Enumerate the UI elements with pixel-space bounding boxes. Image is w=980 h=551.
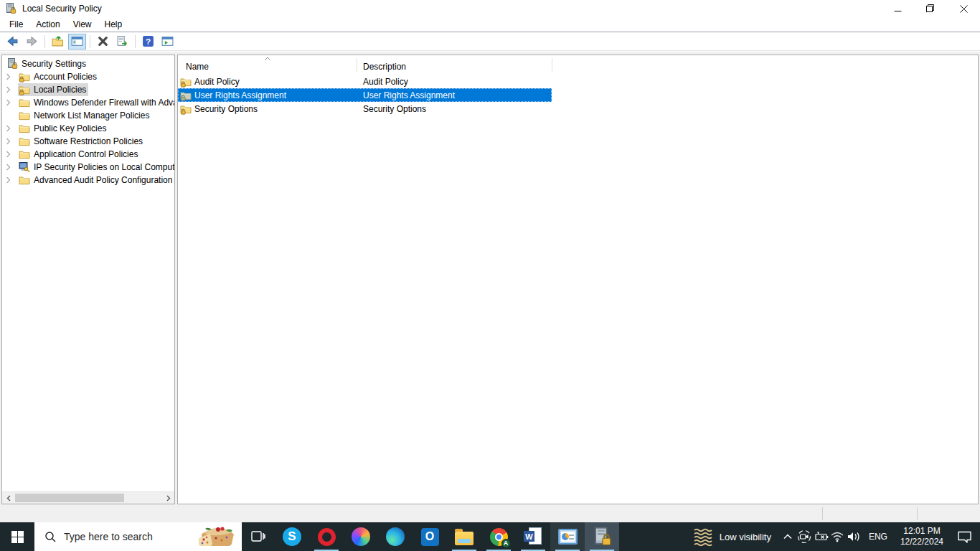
taskbar-opera-button[interactable] bbox=[309, 522, 344, 551]
folder-icon bbox=[19, 110, 30, 121]
weather-widget[interactable]: Low visibility bbox=[684, 522, 780, 551]
hidden-icons-button[interactable] bbox=[780, 522, 796, 551]
chevron-right-icon[interactable] bbox=[6, 151, 18, 158]
folder-icon bbox=[19, 174, 30, 186]
action-center-button[interactable] bbox=[950, 522, 979, 551]
folder-lock-icon bbox=[19, 84, 30, 95]
chrome-profile-badge: A bbox=[501, 539, 511, 548]
fruitcake-image[interactable] bbox=[194, 524, 239, 550]
list-item-security-options[interactable]: Security Options Security Options bbox=[178, 102, 552, 116]
meet-now-button[interactable] bbox=[796, 522, 813, 551]
console-tree-pane: Security Settings Account Policies Local… bbox=[1, 55, 175, 504]
chevron-right-icon[interactable] bbox=[6, 164, 18, 171]
horizontal-scrollbar[interactable] bbox=[2, 491, 174, 504]
forward-button[interactable] bbox=[23, 34, 41, 50]
taskbar-right-section: Low visibility bbox=[684, 522, 980, 551]
sort-ascending-icon bbox=[264, 57, 271, 61]
windows-logo-icon bbox=[11, 531, 24, 543]
tree-item-network-list-manager[interactable]: Network List Manager Policies bbox=[2, 109, 174, 122]
clock-date: 12/22/2024 bbox=[900, 537, 943, 547]
back-button[interactable] bbox=[4, 34, 22, 50]
menu-help[interactable]: Help bbox=[98, 18, 129, 31]
chevron-placeholder bbox=[6, 112, 18, 119]
export-list-button[interactable] bbox=[113, 34, 131, 50]
tree-item-windows-defender-firewall[interactable]: Windows Defender Firewall with Adva bbox=[2, 96, 174, 109]
scroll-right-button[interactable] bbox=[162, 492, 174, 504]
tree-item-advanced-audit-policy[interactable]: Advanced Audit Policy Configuration bbox=[2, 174, 174, 187]
column-header-description[interactable]: Description bbox=[357, 62, 406, 72]
start-button[interactable] bbox=[0, 522, 34, 551]
tree-item-application-control-policies[interactable]: Application Control Policies bbox=[2, 148, 174, 161]
restore-button[interactable] bbox=[914, 0, 947, 17]
delete-button[interactable] bbox=[94, 34, 112, 50]
toolbar-separator bbox=[135, 35, 136, 48]
show-hide-console-tree-button[interactable] bbox=[68, 34, 86, 50]
taskbar-mmc-console-button[interactable] bbox=[550, 522, 585, 551]
list-item-audit-policy[interactable]: Audit Policy Audit Policy bbox=[178, 75, 552, 88]
tree-item-ip-security-policies[interactable]: IP Security Policies on Local Compute bbox=[2, 161, 174, 174]
list-item-user-rights-assignment[interactable]: User Rights Assignment User Rights Assig… bbox=[178, 88, 552, 102]
show-hide-action-pane-button[interactable] bbox=[159, 34, 176, 50]
battery-plug-x-icon bbox=[814, 532, 829, 542]
taskbar-local-security-policy-button[interactable] bbox=[585, 522, 619, 551]
edge-icon bbox=[386, 527, 405, 546]
scrollbar-track[interactable] bbox=[14, 492, 162, 504]
taskbar-word-button[interactable]: W bbox=[516, 522, 550, 551]
close-button[interactable] bbox=[947, 0, 980, 17]
help-button[interactable] bbox=[139, 34, 157, 50]
chevron-right-icon[interactable] bbox=[6, 73, 18, 80]
server-lock-icon bbox=[593, 527, 612, 547]
clock[interactable]: 12:01 PM 12/22/2024 bbox=[894, 526, 950, 547]
skype-icon: S bbox=[283, 527, 301, 546]
taskbar-search-input[interactable]: Type here to search bbox=[34, 522, 242, 551]
chrome-icon: A bbox=[490, 528, 508, 546]
battery-status-button[interactable] bbox=[813, 522, 829, 551]
menu-bar: File Action View Help bbox=[0, 17, 980, 32]
network-button[interactable] bbox=[829, 522, 846, 551]
tree-item-public-key-policies[interactable]: Public Key Policies bbox=[2, 122, 174, 135]
scroll-left-button[interactable] bbox=[2, 492, 14, 504]
export-folder-up-button[interactable] bbox=[49, 34, 67, 50]
toolbar-separator bbox=[90, 35, 90, 48]
tree-item-account-policies[interactable]: Account Policies bbox=[2, 70, 174, 83]
menu-file[interactable]: File bbox=[3, 18, 29, 31]
tree-item-software-restriction-policies[interactable]: Software Restriction Policies bbox=[2, 135, 174, 148]
taskbar-file-explorer-button[interactable] bbox=[447, 522, 481, 551]
file-explorer-icon bbox=[455, 532, 473, 545]
chevron-right-icon[interactable] bbox=[6, 176, 18, 184]
taskbar-edge-button[interactable] bbox=[378, 522, 413, 551]
server-lock-icon bbox=[6, 58, 18, 70]
taskbar-chrome-button[interactable]: A bbox=[481, 522, 516, 551]
meet-now-camera-icon bbox=[797, 529, 811, 544]
volume-button[interactable] bbox=[846, 522, 862, 551]
menu-action[interactable]: Action bbox=[29, 18, 66, 31]
chevron-right-icon[interactable] bbox=[6, 125, 18, 132]
chevron-right-icon[interactable] bbox=[6, 86, 18, 93]
server-lock-icon bbox=[5, 3, 17, 14]
tree-item-local-policies[interactable]: Local Policies bbox=[2, 83, 174, 96]
tree-root-security-settings[interactable]: Security Settings bbox=[2, 57, 174, 70]
results-pane: Name Description Audit Policy Audit Poli… bbox=[177, 55, 979, 504]
taskbar-skype-button[interactable]: S bbox=[275, 522, 309, 551]
task-view-button[interactable] bbox=[242, 522, 275, 551]
selected-tree-item[interactable]: Local Policies bbox=[18, 83, 88, 96]
menu-view[interactable]: View bbox=[67, 18, 98, 31]
opera-icon bbox=[318, 528, 336, 546]
column-divider[interactable] bbox=[357, 58, 357, 72]
fog-icon bbox=[693, 527, 713, 546]
column-divider[interactable] bbox=[552, 58, 552, 72]
monitor-key-icon bbox=[19, 161, 30, 173]
clock-time: 12:01 PM bbox=[900, 526, 943, 537]
chevron-right-icon[interactable] bbox=[6, 138, 18, 145]
folder-icon bbox=[19, 149, 30, 160]
copilot-icon bbox=[352, 527, 370, 546]
chevron-right-icon[interactable] bbox=[6, 99, 18, 106]
taskbar-outlook-button[interactable]: O bbox=[413, 522, 447, 551]
status-bar bbox=[0, 505, 980, 522]
minimize-button[interactable] bbox=[881, 0, 914, 17]
taskbar-copilot-button[interactable] bbox=[344, 522, 378, 551]
scrollbar-thumb[interactable] bbox=[15, 494, 124, 502]
language-indicator[interactable]: ENG bbox=[862, 532, 894, 542]
column-header-name[interactable]: Name bbox=[178, 62, 357, 72]
folder-lock-icon bbox=[180, 90, 192, 101]
